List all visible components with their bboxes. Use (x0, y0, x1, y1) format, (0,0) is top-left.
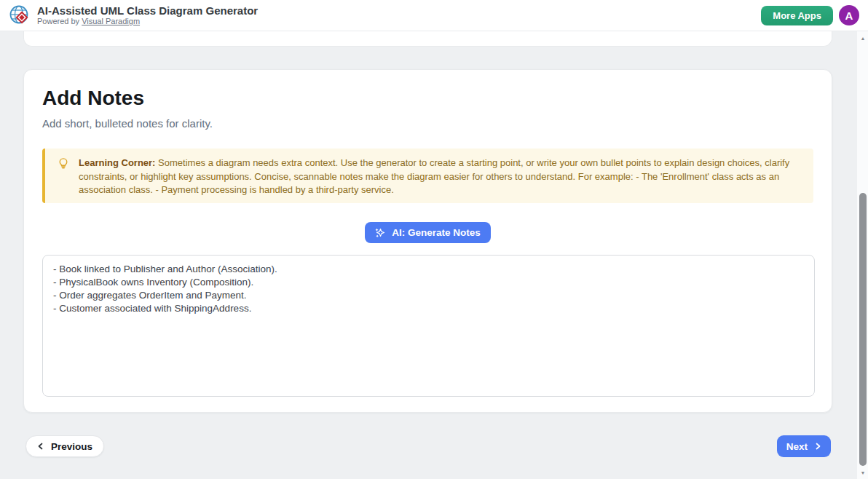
next-button[interactable]: Next (777, 435, 831, 457)
chevron-right-icon (814, 443, 821, 450)
vertical-scrollbar[interactable]: ▲ ▼ (856, 31, 868, 479)
previous-button-label: Previous (51, 441, 92, 452)
notes-textarea[interactable]: - Book linked to Publisher and Author (A… (42, 255, 815, 397)
chevron-left-icon (37, 443, 44, 450)
scroll-down-icon[interactable]: ▼ (857, 467, 868, 478)
page-title: AI-Assisted UML Class Diagram Generator (37, 4, 258, 17)
lightbulb-icon (58, 157, 69, 169)
learning-corner-callout: Learning Corner: Sometimes a diagram nee… (42, 149, 813, 203)
section-subheading: Add short, bulleted notes for clarity. (42, 116, 813, 131)
learning-corner-body: Sometimes a diagram needs extra context.… (79, 157, 789, 195)
previous-section-card-partial (23, 31, 832, 47)
section-heading: Add Notes (42, 86, 813, 111)
learning-corner-label: Learning Corner: (79, 157, 155, 168)
visual-paradigm-logo-icon (9, 4, 31, 26)
ai-generate-notes-button[interactable]: AI: Generate Notes (365, 222, 491, 243)
powered-by: Powered by Visual Paradigm (37, 17, 258, 26)
scroll-up-icon[interactable]: ▲ (857, 33, 868, 43)
sparkles-icon (375, 227, 386, 238)
visual-paradigm-link[interactable]: Visual Paradigm (82, 17, 140, 25)
scrollbar-thumb[interactable] (859, 193, 867, 466)
powered-by-prefix: Powered by (37, 17, 79, 25)
ai-generate-notes-label: AI: Generate Notes (392, 227, 481, 238)
previous-button[interactable]: Previous (25, 435, 104, 457)
avatar[interactable]: A (839, 5, 859, 25)
add-notes-card: Add Notes Add short, bulleted notes for … (23, 69, 832, 413)
app-header: AI-Assisted UML Class Diagram Generator … (0, 0, 868, 31)
more-apps-button[interactable]: More Apps (761, 6, 833, 25)
learning-corner-text: Learning Corner: Sometimes a diagram nee… (79, 157, 800, 197)
next-button-label: Next (786, 441, 808, 452)
